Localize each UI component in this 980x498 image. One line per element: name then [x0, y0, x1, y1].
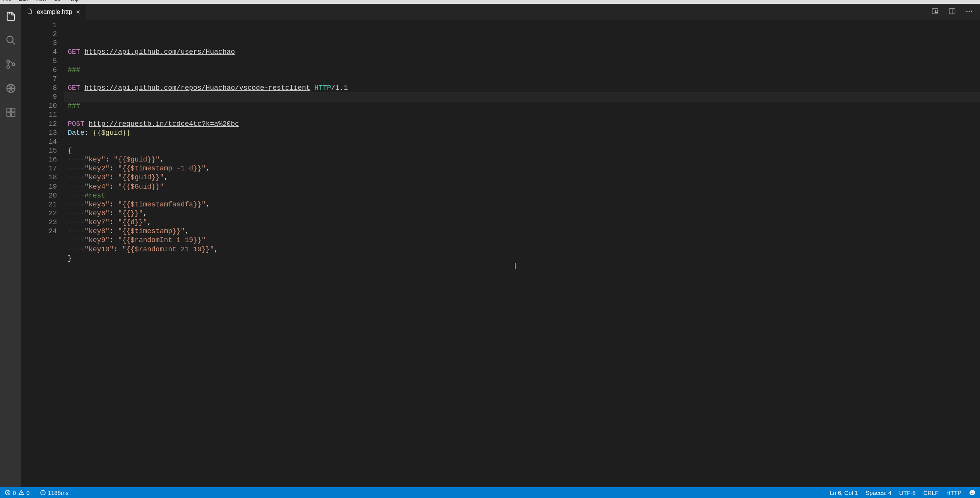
statusbar: 0 0 1188ms Ln 6, Col 1 Spaces: 4 UTF-8 C…	[0, 487, 980, 498]
code-line[interactable]: ····"key7": "{{d}}",	[68, 218, 980, 227]
line-number: 22	[21, 209, 57, 218]
code-line[interactable]	[68, 137, 980, 146]
status-language[interactable]: HTTP	[946, 489, 961, 496]
menubar: File Edit View Go Help	[0, 0, 980, 4]
svg-point-16	[971, 11, 972, 12]
code-line[interactable]: ····"key": "{{$guid}}",	[68, 155, 980, 164]
line-number: 8	[21, 84, 57, 93]
svg-point-2	[7, 60, 9, 63]
status-time[interactable]: 1188ms	[40, 489, 69, 496]
code-line[interactable]: ····"key2": "{{$timestamp -1 d}}",	[68, 164, 980, 173]
text-cursor	[515, 263, 516, 269]
code-line[interactable]	[68, 110, 980, 119]
line-number: 23	[21, 218, 57, 227]
code-content[interactable]: GET https://api.github.com/users/Huachao…	[68, 21, 980, 487]
code-line[interactable]: Date: {{$guid}}	[68, 129, 980, 137]
code-line[interactable]	[65, 93, 980, 101]
svg-point-23	[970, 490, 975, 495]
tab-example-http[interactable]: example.http ×	[21, 4, 86, 20]
code-line[interactable]: ····"key4": "{{$Guid}}"	[68, 182, 980, 191]
line-number: 2	[21, 30, 57, 39]
extensions-icon[interactable]	[5, 107, 16, 118]
code-line[interactable]: ····"key9": "{{$randomInt 1 19}}"	[68, 236, 980, 245]
menu-edit[interactable]: Edit	[19, 0, 27, 2]
code-line[interactable]	[68, 75, 980, 84]
status-warnings[interactable]: 0	[18, 489, 29, 496]
tab-bar: example.http ×	[21, 4, 980, 20]
line-number: 18	[21, 173, 57, 182]
status-errors[interactable]: 0	[5, 489, 16, 496]
code-editor[interactable]: 123456789101112131415161718192021222324 …	[21, 20, 980, 487]
code-line[interactable]: ····#rest	[68, 191, 980, 200]
svg-rect-6	[7, 108, 10, 112]
line-number: 10	[21, 101, 57, 110]
file-icon	[27, 8, 33, 16]
code-line[interactable]: ····"key10": "{{$randomInt 21 19}}",	[68, 245, 980, 254]
line-number: 4	[21, 48, 57, 57]
svg-line-1	[12, 42, 15, 45]
gutter: 123456789101112131415161718192021222324	[21, 21, 68, 487]
line-number: 16	[21, 155, 57, 164]
menu-go[interactable]: Go	[54, 0, 60, 2]
svg-point-25	[973, 492, 974, 493]
code-line[interactable]: ###	[68, 101, 980, 110]
line-number: 20	[21, 191, 57, 200]
status-encoding[interactable]: UTF-8	[899, 489, 916, 496]
svg-rect-8	[11, 113, 15, 116]
tab-close-icon[interactable]: ×	[76, 8, 81, 16]
code-line[interactable]: GET https://api.github.com/repos/Huachao…	[68, 84, 980, 93]
line-number: 12	[21, 120, 57, 129]
line-number: 11	[21, 110, 57, 119]
menu-file[interactable]: File	[3, 0, 11, 2]
status-eol[interactable]: CRLF	[923, 489, 939, 496]
code-line[interactable]: ····"key8": "{{$timestamp}}",	[68, 227, 980, 236]
activity-bar	[0, 4, 21, 487]
line-number: 17	[21, 164, 57, 173]
svg-point-0	[7, 36, 13, 43]
menu-help[interactable]: Help	[69, 0, 79, 2]
line-number: 19	[21, 182, 57, 191]
svg-point-3	[7, 66, 9, 69]
code-line[interactable]: {	[68, 146, 980, 155]
code-line[interactable]: ····"key6": "{{}}",	[68, 209, 980, 218]
svg-rect-7	[7, 113, 10, 116]
status-feedback-icon[interactable]	[969, 489, 975, 496]
line-number: 7	[21, 75, 57, 84]
svg-point-14	[966, 11, 968, 12]
split-editor-icon[interactable]	[948, 7, 956, 17]
code-line[interactable]: ····"key3": "{{$guid}}",	[68, 173, 980, 182]
preview-icon[interactable]	[931, 7, 939, 17]
svg-point-21	[21, 494, 22, 495]
status-time-value: 1188ms	[48, 489, 69, 496]
line-number: 9	[21, 93, 57, 101]
line-number: 3	[21, 39, 57, 48]
line-number: 13	[21, 129, 57, 137]
code-line[interactable]: GET https://api.github.com/users/Huachao	[68, 48, 980, 57]
code-line[interactable]: ###	[68, 66, 980, 75]
status-indent[interactable]: Spaces: 4	[865, 489, 891, 496]
line-number: 1	[21, 21, 57, 30]
code-line[interactable]	[68, 57, 980, 66]
source-control-icon[interactable]	[5, 59, 16, 70]
tab-actions	[931, 7, 980, 17]
editor-area: example.http × 1234567891011121314151617…	[21, 4, 980, 487]
status-warnings-count: 0	[26, 489, 29, 496]
line-number: 24	[21, 227, 57, 236]
code-line[interactable]: }	[68, 254, 980, 263]
explorer-icon[interactable]	[5, 11, 16, 22]
code-line[interactable]: ····"key5": "{{$timestamfasdfa}}",	[68, 200, 980, 209]
more-icon[interactable]	[965, 7, 973, 17]
svg-rect-11	[935, 10, 937, 13]
status-errors-count: 0	[13, 489, 16, 496]
debug-icon[interactable]	[5, 83, 16, 94]
svg-rect-9	[11, 108, 15, 112]
tab-filename: example.http	[37, 9, 72, 15]
svg-point-15	[969, 11, 970, 12]
code-line[interactable]: POST http://requestb.in/tcdce4tc?k=a%20b…	[68, 120, 980, 129]
line-number: 5	[21, 57, 57, 66]
line-number: 14	[21, 137, 57, 146]
menu-view[interactable]: View	[35, 0, 46, 2]
svg-point-24	[971, 492, 972, 493]
status-position[interactable]: Ln 6, Col 1	[830, 489, 858, 496]
search-icon[interactable]	[5, 35, 16, 46]
